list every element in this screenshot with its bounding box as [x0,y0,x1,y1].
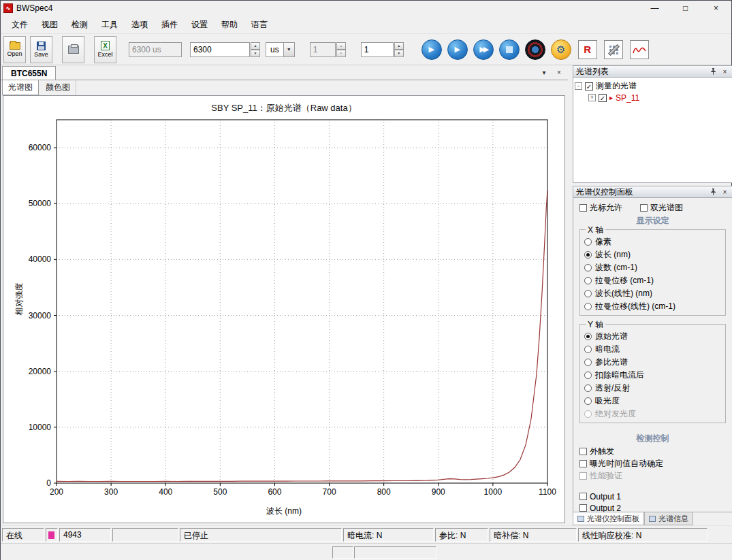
checkbox-icon[interactable] [579,493,587,500]
acquire-continuous-button[interactable]: ▶▶ [473,39,494,60]
radio-label[interactable]: 拉曼位移 (cm-1) [595,275,654,286]
radio-label[interactable]: 像素 [595,236,611,248]
maximize-button[interactable]: □ [670,1,701,16]
measured-checkbox[interactable]: ✓ [585,82,593,90]
pin-icon[interactable] [709,188,718,197]
radio-icon[interactable] [584,372,592,379]
radio-label[interactable]: 暗电流 [595,344,620,355]
settings-button[interactable]: ⚙ [551,39,571,60]
checkbox-label[interactable]: 性能验证 [590,470,622,482]
dark-scan-button[interactable] [525,39,545,60]
radio-icon[interactable] [584,346,592,353]
radio-icon[interactable] [584,264,592,271]
radio-icon[interactable] [584,290,592,297]
view-subtab[interactable]: 颜色图 [39,80,76,95]
menu-item[interactable]: 插件 [155,16,185,33]
stop-button[interactable] [499,39,520,60]
spin-up-icon[interactable]: ▲ [394,42,404,50]
radio-icon[interactable] [584,333,592,340]
radio-label[interactable]: 扣除暗电流后 [595,369,644,381]
radio-option[interactable]: 拉曼位移 (cm-1) [584,274,721,287]
menu-item[interactable]: 检测 [65,16,95,33]
acquire-step-button[interactable]: ▶ [447,39,468,60]
checkbox-option[interactable]: 光标允许 [579,202,622,214]
checkbox-option[interactable]: Output 1 [579,491,726,502]
radio-label[interactable]: 吸光度 [595,395,620,407]
radio-option[interactable]: 吸光度 [584,395,721,408]
open-button[interactable]: Open [3,36,26,63]
radio-icon[interactable] [584,251,592,259]
average-spinner[interactable]: ▲ ▼ [394,42,404,57]
document-tab-btc655n[interactable]: BTC655N [2,66,56,80]
reference-button[interactable]: R [578,40,597,59]
checkbox-option[interactable]: 性能验证 [579,470,726,482]
checkbox-option[interactable]: 外触发 [579,445,726,457]
radio-option[interactable]: 像素 [584,235,721,248]
save-button[interactable]: Save [30,36,52,63]
waveform-button[interactable] [630,40,649,59]
menu-item[interactable]: 选项 [125,16,155,33]
collapse-icon[interactable]: - [575,82,582,90]
checkbox-label[interactable]: 曝光时间值自动确定 [590,458,663,470]
radio-option[interactable]: 暗电流 [584,343,721,356]
radio-option[interactable]: 扣除暗电流后 [584,369,721,382]
radio-label[interactable]: 透射/反射 [595,382,630,394]
checkbox-icon[interactable] [579,472,587,480]
expand-icon[interactable]: + [588,94,596,101]
radio-icon[interactable] [584,303,592,310]
calibration-button[interactable] [604,40,623,59]
radio-option[interactable]: 参比光谱 [584,356,721,369]
print-button[interactable] [62,36,84,63]
tree-row-measured[interactable]: - ✓ 测量的光谱 [575,80,731,92]
radio-icon[interactable] [584,238,592,246]
integration-time-input[interactable] [190,42,250,57]
integration-spinner[interactable]: ▲ ▼ [251,42,260,57]
combo-arrow-icon[interactable]: ▼ [283,43,294,56]
checkbox-option[interactable]: 曝光时间值自动确定 [579,457,726,470]
checkbox-label[interactable]: 外触发 [590,446,614,457]
acquire-once-button[interactable]: ▶ [421,39,442,60]
checkbox-icon[interactable] [579,460,587,467]
radio-label[interactable]: 拉曼位移(线性) (cm-1) [595,301,675,312]
radio-option[interactable]: 原始光谱 [584,330,721,343]
radio-label[interactable]: 参比光谱 [595,357,628,368]
pin-icon[interactable] [709,67,718,76]
radio-icon[interactable] [584,384,592,392]
menu-item[interactable]: 文件 [5,16,35,33]
tree-row-sp11[interactable]: + ✓ ▸ SP_11 [575,92,731,103]
close-button[interactable]: × [701,1,731,16]
radio-icon[interactable] [584,359,592,366]
radio-label[interactable]: 原始光谱 [595,331,628,342]
checkbox-label[interactable]: Output 2 [590,504,621,513]
close-document-button[interactable]: × [554,67,564,77]
panel-tab[interactable]: 光谱仪控制面板 [573,512,644,525]
checkbox-label[interactable]: 双光谱图 [650,202,683,214]
menu-item[interactable]: 设置 [185,16,214,33]
menu-item[interactable]: 语言 [244,16,274,33]
radio-option[interactable]: 透射/反射 [584,382,721,395]
spin-down-icon[interactable]: ▼ [251,50,260,57]
menu-item[interactable]: 工具 [95,16,125,33]
checkbox-label[interactable]: Output 1 [590,492,621,501]
minimize-button[interactable]: — [639,1,670,16]
measured-label[interactable]: 测量的光谱 [596,80,637,92]
spectrum-plot[interactable]: 2003004005006007008009001000110001000020… [3,96,564,523]
radio-option[interactable]: 波数 (cm-1) [584,261,721,274]
menu-item[interactable]: 帮助 [214,16,244,33]
panel-tab[interactable]: 光谱信息 [644,512,693,525]
checkbox-icon[interactable] [640,204,648,212]
excel-export-button[interactable]: X Excel [94,36,116,63]
checkbox-icon[interactable] [579,504,587,512]
radio-option[interactable]: 波长 (nm) [584,248,721,261]
checkbox-option[interactable]: Output 2 [579,502,726,512]
radio-label[interactable]: 波长 (nm) [595,249,631,261]
time-unit-combobox[interactable]: us ▼ [266,42,295,57]
checkbox-icon[interactable] [579,204,587,212]
checkbox-option[interactable]: 双光谱图 [640,202,683,214]
panel-close-button[interactable]: × [720,67,729,76]
tab-list-dropdown-button[interactable]: ▾ [539,67,549,77]
panel-close-button[interactable]: × [720,188,729,197]
menu-item[interactable]: 视图 [35,16,65,33]
radio-icon[interactable] [584,410,592,418]
checkbox-label[interactable]: 光标允许 [590,202,622,214]
